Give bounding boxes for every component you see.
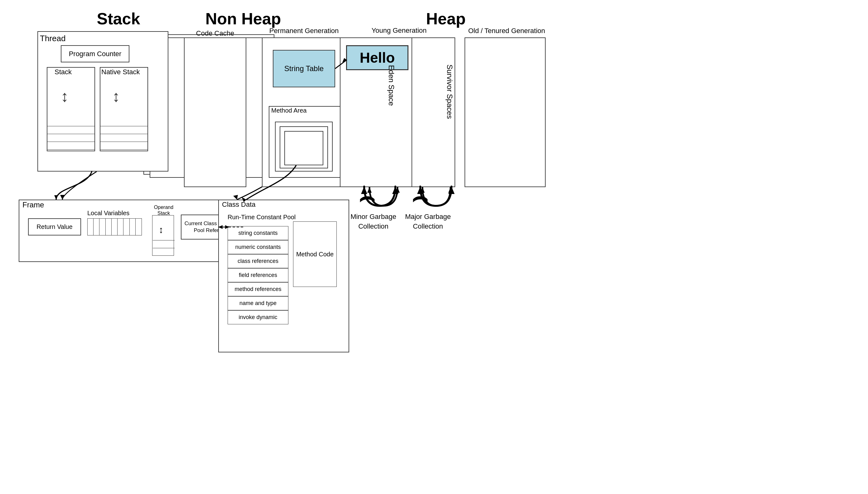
stack-lines: [47, 118, 95, 150]
operand-stack-arrow-icon: ↕: [159, 225, 163, 235]
program-counter: Program Counter: [61, 45, 129, 62]
survivor-spaces-label: Survivor Spaces: [445, 64, 454, 119]
cp-item-0: string constants: [228, 226, 288, 240]
svg-marker-19: [392, 187, 399, 194]
native-stack-arrows: ↕: [112, 87, 120, 106]
code-cache-box: [184, 37, 246, 187]
return-value-label: Return Value: [37, 223, 72, 230]
method-code-label: Method Code: [296, 251, 334, 258]
svg-marker-7: [396, 187, 400, 193]
cp-item-5-label: name and type: [239, 300, 276, 307]
cp-item-5: name and type: [228, 296, 288, 310]
local-vars-grid: [87, 218, 142, 235]
non-heap-title: Non Heap: [181, 10, 306, 28]
rtcp-label: Run-Time Constant Pool: [228, 214, 295, 221]
string-table-label: String Table: [284, 64, 324, 73]
class-data-label: Class Data: [222, 201, 256, 209]
young-gen-label: Young Generation: [343, 26, 455, 35]
svg-marker-0: [60, 195, 64, 200]
svg-marker-9: [448, 187, 453, 193]
svg-marker-21: [448, 187, 455, 194]
cp-item-1: numeric constants: [228, 240, 288, 254]
svg-marker-1: [233, 195, 238, 200]
code-cache-label: Code Cache: [195, 29, 235, 38]
minor-gc-label: Minor Garbage Collection: [345, 212, 402, 231]
return-value-box: Return Value: [28, 218, 81, 235]
cp-item-4: method references: [228, 282, 288, 296]
method-area-frame3: [284, 131, 323, 165]
cp-item-3-label: field references: [239, 272, 277, 279]
thread-label: Thread: [40, 34, 65, 43]
operand-stack-label: Operand Stack: [153, 204, 175, 216]
method-area-label: Method Area: [271, 107, 307, 114]
stack-title: Stack: [56, 10, 181, 28]
cp-item-2-label: class references: [237, 258, 278, 264]
string-table-box: String Table: [273, 50, 335, 87]
cp-item-2: class references: [228, 254, 288, 268]
method-code-box: Method Code: [293, 222, 337, 287]
operand-stack-line2: [153, 248, 175, 248]
operand-stack-line1: [153, 240, 175, 241]
operand-stack-box: [152, 215, 174, 256]
cp-item-6-label: invoke dynamic: [238, 314, 277, 321]
perm-gen-label: Permanent Generation: [268, 26, 340, 36]
local-vars-label: Local Variables: [87, 210, 129, 217]
program-counter-label: Program Counter: [69, 50, 121, 58]
eden-space-label: Eden Space: [387, 65, 396, 106]
svg-marker-12: [54, 195, 58, 200]
native-stack-lines: [100, 118, 148, 150]
cp-item-4-label: method references: [234, 286, 281, 292]
survivor-divider: [411, 37, 412, 187]
old-gen-label: Old / Tenured Generation: [465, 26, 549, 36]
hello-box: Hello: [346, 45, 408, 70]
cp-item-3: field references: [228, 268, 288, 282]
old-gen-box: [465, 37, 546, 187]
cp-item-0-label: string constants: [238, 230, 277, 236]
cp-item-1-label: numeric constants: [235, 244, 281, 250]
cp-item-6: invoke dynamic: [228, 310, 288, 324]
native-stack-inner-label: Native Stack: [101, 68, 140, 76]
stack-inner-label: Stack: [55, 68, 72, 76]
hello-label: Hello: [360, 49, 395, 66]
heap-title: Heap: [337, 10, 555, 28]
frame-label: Frame: [22, 201, 44, 209]
major-gc-label: Major Garbage Collection: [399, 212, 457, 231]
stack-arrows: ↕: [61, 87, 69, 106]
